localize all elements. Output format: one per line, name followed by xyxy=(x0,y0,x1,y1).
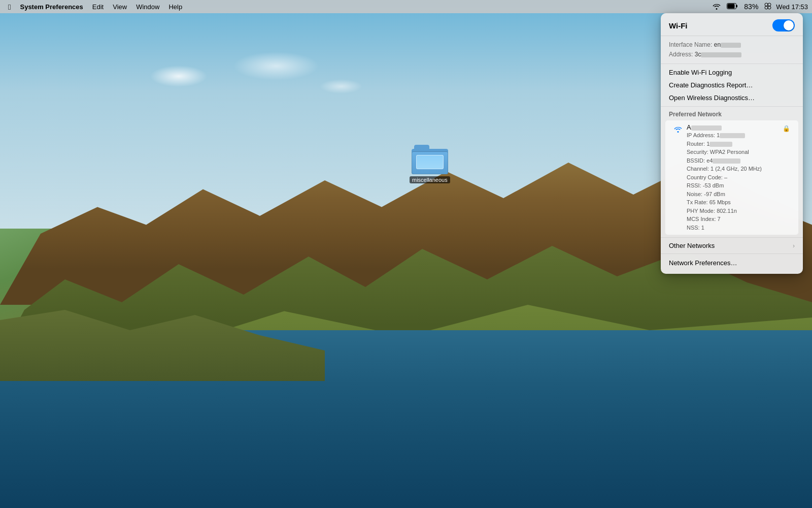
menubar-right: 83% Wed 17:53 xyxy=(711,3,808,11)
lock-icon: 🔒 xyxy=(783,125,790,132)
svg-rect-1 xyxy=(728,4,735,9)
mcs-index-label: MCS Index: xyxy=(687,216,716,222)
preferred-network-name: A xyxy=(687,123,779,131)
tx-rate-value: 65 Mbps xyxy=(709,199,731,205)
tx-rate-label: Tx Rate: xyxy=(687,199,708,205)
address-label: Address: xyxy=(669,51,693,58)
router-redacted xyxy=(709,142,732,147)
country-code-label: Country Code: xyxy=(687,174,723,180)
country-code-value: – xyxy=(724,174,727,180)
svg-point-4 xyxy=(768,3,771,6)
phy-mode-label: PHY Mode: xyxy=(687,208,715,214)
create-diagnostics-action[interactable]: Create Diagnostics Report… xyxy=(661,79,803,91)
network-preferences-item[interactable]: Network Preferences… xyxy=(661,256,803,270)
security-label: Security: xyxy=(687,149,708,155)
menubar-app-name[interactable]: System Preferences xyxy=(16,2,87,12)
channel-value: 1 (2,4 GHz, 20 MHz) xyxy=(710,166,762,172)
wifi-dropdown-panel: Wi-Fi Interface Name: en Address: 3c Ena… xyxy=(661,13,803,274)
channel-label: Channel: xyxy=(687,166,709,172)
preferred-network-item[interactable]: A IP Address: 1 Router: 1 Security: WPA2… xyxy=(665,120,799,235)
open-wireless-diagnostics-action[interactable]: Open Wireless Diagnostics… xyxy=(661,91,803,104)
phy-mode-value: 802.11n xyxy=(717,208,737,214)
preferred-network-info: IP Address: 1 Router: 1 Security: WPA2 P… xyxy=(687,131,779,232)
folder-label: miscellaneous xyxy=(410,176,450,183)
rssi-label: RSSI: xyxy=(687,182,701,188)
menubar-time: Wed 17:53 xyxy=(776,3,808,11)
apple-menu-icon[interactable]:  xyxy=(4,3,15,11)
ip-redacted xyxy=(720,133,745,138)
control-center-icon[interactable] xyxy=(763,3,773,11)
battery-percent: 83% xyxy=(742,3,760,11)
wifi-toggle[interactable] xyxy=(772,19,795,31)
bssid-label: BSSID: xyxy=(687,157,705,164)
other-networks-label: Other Networks xyxy=(669,242,715,249)
svg-rect-2 xyxy=(736,5,737,8)
folder-icon xyxy=(412,145,448,174)
menubar-help[interactable]: Help xyxy=(164,2,186,12)
menubar-left:  System Preferences Edit View Window He… xyxy=(4,2,186,12)
menubar:  System Preferences Edit View Window He… xyxy=(0,0,812,13)
svg-point-3 xyxy=(765,3,768,6)
preferred-network-header: Preferred Network xyxy=(661,107,803,120)
address-row: Address: 3c xyxy=(669,50,795,59)
battery-icon[interactable] xyxy=(725,3,739,11)
noise-value: -97 dBm xyxy=(704,191,725,197)
wifi-actions-section: Enable Wi-Fi Logging Create Diagnostics … xyxy=(661,64,803,107)
mcs-index-value: 7 xyxy=(718,216,721,222)
clouds xyxy=(81,25,406,127)
menubar-view[interactable]: View xyxy=(109,2,131,12)
wifi-menubar-icon[interactable] xyxy=(711,3,722,11)
svg-point-5 xyxy=(765,6,768,9)
rssi-value: -53 dBm xyxy=(703,182,724,188)
wifi-panel-title: Wi-Fi xyxy=(669,21,772,30)
svg-point-6 xyxy=(768,6,771,9)
address-redacted xyxy=(701,52,741,57)
wifi-interface-section: Interface Name: en Address: 3c xyxy=(661,36,803,64)
noise-label: Noise: xyxy=(687,191,702,197)
desktop-folder[interactable]: miscellaneous xyxy=(410,145,450,183)
folder-screen xyxy=(416,155,444,169)
network-name-redacted xyxy=(691,125,722,131)
enable-logging-action[interactable]: Enable Wi-Fi Logging xyxy=(661,66,803,79)
menubar-window[interactable]: Window xyxy=(132,2,163,12)
interface-name-label: Interface Name: xyxy=(669,41,712,48)
bssid-redacted xyxy=(713,158,740,164)
menubar-edit[interactable]: Edit xyxy=(88,2,108,12)
preferred-network-wifi-icon xyxy=(673,124,683,135)
folder-front xyxy=(412,151,448,174)
interface-name-value: en xyxy=(714,41,741,48)
chevron-right-icon: › xyxy=(793,242,795,249)
address-value: 3c xyxy=(695,51,742,58)
wifi-toggle-knob xyxy=(784,20,794,30)
router-label: Router: xyxy=(687,141,705,147)
nss-label: NSS: xyxy=(687,225,700,231)
other-networks-row[interactable]: Other Networks › xyxy=(661,237,803,254)
preferred-network-details: A IP Address: 1 Router: 1 Security: WPA2… xyxy=(687,123,779,232)
ip-address-label: IP Address: xyxy=(687,132,715,138)
security-value: WPA2 Personal xyxy=(710,149,749,155)
wifi-panel-header: Wi-Fi xyxy=(661,13,803,36)
interface-name-redacted xyxy=(721,43,741,48)
nss-value: 1 xyxy=(701,225,704,231)
interface-name-row: Interface Name: en xyxy=(669,40,795,50)
